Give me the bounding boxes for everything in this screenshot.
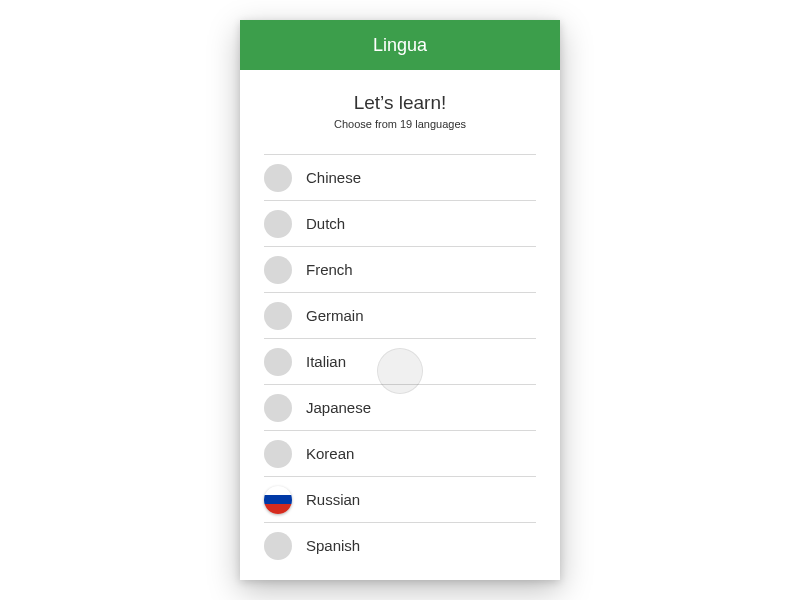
language-label: Germain <box>306 307 364 324</box>
flag-icon <box>264 394 292 422</box>
flag-icon <box>264 210 292 238</box>
language-label: Spanish <box>306 537 360 554</box>
flag-icon <box>264 164 292 192</box>
language-row-spanish[interactable]: Spanish <box>264 522 536 568</box>
app-header: Lingua <box>240 20 560 70</box>
language-row-dutch[interactable]: Dutch <box>264 200 536 246</box>
page-subheading: Choose from 19 languages <box>240 118 560 130</box>
app-screen: Lingua Let’s learn! Choose from 19 langu… <box>240 20 560 580</box>
language-row-germain[interactable]: Germain <box>264 292 536 338</box>
language-label: Chinese <box>306 169 361 186</box>
language-label: Dutch <box>306 215 345 232</box>
content-area: Let’s learn! Choose from 19 languages Ch… <box>240 70 560 580</box>
language-row-korean[interactable]: Korean <box>264 430 536 476</box>
flag-icon <box>264 532 292 560</box>
flag-icon <box>264 440 292 468</box>
flag-icon <box>264 256 292 284</box>
flag-icon <box>264 486 292 514</box>
language-label: Russian <box>306 491 360 508</box>
app-title: Lingua <box>373 35 427 56</box>
page-heading: Let’s learn! <box>240 92 560 114</box>
language-row-italian[interactable]: Italian <box>264 338 536 384</box>
language-row-japanese[interactable]: Japanese <box>264 384 536 430</box>
language-row-russian[interactable]: Russian <box>264 476 536 522</box>
flag-icon <box>264 348 292 376</box>
language-label: Italian <box>306 353 346 370</box>
language-row-chinese[interactable]: Chinese <box>264 154 536 200</box>
language-row-french[interactable]: French <box>264 246 536 292</box>
flag-icon <box>264 302 292 330</box>
language-label: French <box>306 261 353 278</box>
language-label: Japanese <box>306 399 371 416</box>
language-label: Korean <box>306 445 354 462</box>
language-list: Chinese Dutch French Germain Italian Jap… <box>240 154 560 568</box>
